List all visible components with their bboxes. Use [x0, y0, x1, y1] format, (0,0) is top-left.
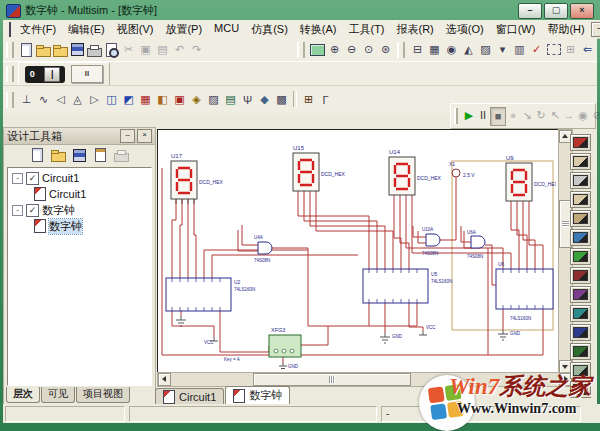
stop-icon[interactable]: ■ — [490, 107, 506, 126]
tree-item-数字钟[interactable]: 数字钟 — [8, 218, 151, 234]
panel-close-button[interactable]: × — [137, 129, 152, 143]
menu-help[interactable]: 帮助(H) — [541, 21, 590, 38]
electrical-rules-check-icon[interactable]: ✓ — [528, 41, 545, 58]
place-diode-icon[interactable]: ◁ — [52, 91, 69, 108]
step-over-icon[interactable]: ↻ — [534, 107, 548, 124]
new-file-icon[interactable] — [18, 41, 35, 58]
panel-minimize-button[interactable]: – — [120, 129, 135, 143]
menu-window[interactable]: 窗口(W) — [490, 21, 542, 38]
multimeter-icon[interactable] — [570, 134, 591, 151]
paste-icon[interactable]: ▤ — [154, 41, 171, 58]
schematic-canvas[interactable]: U17 DCD_HEX U15 DCD_HEX U14 DCD_HEX U9 D… — [157, 129, 559, 373]
cut-icon[interactable]: ✂ — [120, 41, 137, 58]
close-file-icon[interactable] — [92, 147, 109, 164]
pause-switch-button[interactable]: II — [71, 65, 103, 83]
toolbar-grip[interactable] — [297, 42, 305, 58]
menu-file[interactable]: 文件(F) — [14, 21, 62, 38]
design-toolbox-toggle-icon[interactable]: ⊟ — [409, 41, 426, 58]
open-file-icon[interactable] — [35, 41, 52, 58]
document-tab-Circuit1[interactable]: Circuit1 — [155, 388, 224, 404]
toolbar-grip[interactable] — [6, 42, 14, 58]
place-indicator-icon[interactable]: ▣ — [171, 91, 188, 108]
run-stop-switch[interactable]: 0 | — [25, 66, 65, 83]
place-source-icon[interactable]: ⊥ — [18, 91, 35, 108]
toggle-breakpoint-icon[interactable]: ◉ — [576, 107, 590, 124]
place-advanced-peripherals-icon[interactable]: ▤ — [222, 91, 239, 108]
place-analog-icon[interactable]: ▷ — [86, 91, 103, 108]
record-icon[interactable]: ● — [506, 107, 520, 124]
bode-plotter-icon[interactable] — [570, 229, 591, 246]
place-bus-icon[interactable]: Γ — [317, 91, 334, 108]
place-transistor-icon[interactable]: ◬ — [69, 91, 86, 108]
horizontal-scroll-thumb[interactable] — [253, 373, 411, 386]
counter-ics[interactable] — [166, 269, 553, 311]
menu-options[interactable]: 选项(O) — [440, 21, 490, 38]
menu-tools[interactable]: 工具(T) — [342, 21, 390, 38]
wattmeter-icon[interactable] — [570, 172, 591, 189]
zoom-full-screen-icon[interactable] — [309, 41, 326, 58]
menu-simulate[interactable]: 仿真(S) — [245, 21, 294, 38]
logic-analyzer-icon[interactable] — [570, 286, 591, 303]
postprocessor-icon[interactable]: ▥ — [511, 41, 528, 58]
open-sample-icon[interactable] — [52, 41, 69, 58]
distortion-analyzer-icon[interactable] — [570, 343, 591, 360]
zoom-fit-to-page-icon[interactable]: ⊛ — [377, 41, 394, 58]
toolbar-grip[interactable] — [6, 66, 14, 82]
tree-item-Circuit1[interactable]: Circuit1 — [8, 186, 151, 202]
maximize-button[interactable]: ▢ — [544, 3, 568, 19]
toolbar-grip[interactable] — [454, 108, 458, 124]
frequency-counter-icon[interactable] — [570, 248, 591, 265]
new-file-icon[interactable] — [29, 147, 46, 164]
horizontal-scrollbar[interactable] — [157, 372, 573, 387]
voltage-probe[interactable]: X1 2.5 V — [449, 161, 475, 178]
checkbox-icon[interactable]: ✓ — [26, 204, 39, 217]
scroll-left-button[interactable] — [158, 373, 171, 386]
network-analyzer-icon[interactable] — [570, 381, 591, 398]
place-basic-icon[interactable]: ∿ — [35, 91, 52, 108]
four-channel-oscilloscope-icon[interactable] — [570, 210, 591, 227]
run-icon[interactable]: ▶ — [462, 107, 476, 124]
remove-breakpoint-icon[interactable]: ⊘ — [590, 107, 600, 124]
oscilloscope-icon[interactable] — [570, 191, 591, 208]
place-misc-digital-icon[interactable]: ▦ — [137, 91, 154, 108]
menu-reports[interactable]: 报表(R) — [391, 21, 440, 38]
panel-tab-层次[interactable]: 层次 — [6, 387, 40, 403]
close-button[interactable]: × — [570, 3, 594, 19]
document-tab-数字钟[interactable]: 数字钟 — [225, 386, 290, 404]
place-mixed-icon[interactable]: ◧ — [154, 91, 171, 108]
run-to-cursor-icon[interactable]: → — [562, 107, 576, 124]
tree-item-Circuit1[interactable]: -✓Circuit1 — [8, 170, 151, 186]
redo-icon[interactable]: ↷ — [188, 41, 205, 58]
expander-icon[interactable]: - — [12, 205, 23, 216]
panel-tab-项目视图[interactable]: 项目视图 — [76, 387, 130, 403]
mdi-minimize-button[interactable]: – — [591, 22, 600, 37]
step-into-icon[interactable]: ↘ — [520, 107, 534, 124]
undo-icon[interactable]: ↶ — [171, 41, 188, 58]
toolbar-grip[interactable] — [397, 42, 405, 58]
open-file-icon[interactable] — [50, 147, 67, 164]
panel-tab-可见[interactable]: 可见 — [41, 387, 75, 403]
print-icon[interactable] — [86, 41, 103, 58]
zoom-out-icon[interactable]: ⊖ — [343, 41, 360, 58]
grapher-icon[interactable]: ▨ — [477, 41, 494, 58]
pause-icon[interactable]: II — [476, 107, 490, 124]
and-gates[interactable] — [258, 234, 485, 254]
menu-place[interactable]: 放置(P) — [159, 21, 208, 38]
print-preview-icon[interactable] — [103, 41, 120, 58]
database-manager-icon[interactable]: ◉ — [443, 41, 460, 58]
tree-item-数字钟[interactable]: -✓数字钟 — [8, 202, 151, 218]
spectrum-analyzer-icon[interactable] — [570, 362, 591, 379]
minimize-button[interactable]: – — [518, 3, 542, 19]
grapher-dropdown-icon[interactable]: ▾ — [494, 41, 511, 58]
edit-symbol-icon[interactable]: ⊞ — [562, 41, 579, 58]
menu-edit[interactable]: 编辑(E) — [62, 21, 111, 38]
place-power-icon[interactable]: ◈ — [188, 91, 205, 108]
place-ttl-icon[interactable]: ◫ — [103, 91, 120, 108]
back-annotate-icon[interactable]: ⇐ — [579, 41, 596, 58]
place-misc-icon[interactable]: ▨ — [205, 91, 222, 108]
toolbar-grip[interactable] — [6, 92, 14, 108]
step-out-icon[interactable]: ↖ — [548, 107, 562, 124]
menu-transfer[interactable]: 转换(A) — [294, 21, 343, 38]
save-icon[interactable] — [71, 147, 88, 164]
place-mcu-icon[interactable]: ▩ — [273, 91, 290, 108]
